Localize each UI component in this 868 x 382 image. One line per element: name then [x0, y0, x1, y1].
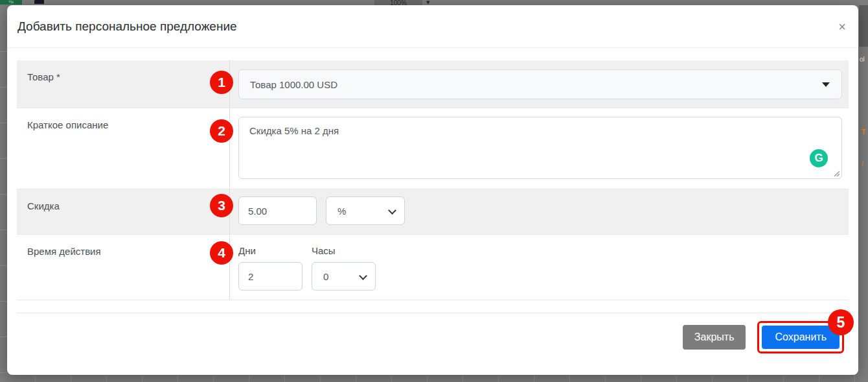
days-column: Дни [238, 245, 303, 291]
chevron-down-icon [388, 206, 396, 215]
hours-select-value: 0 [323, 271, 328, 282]
annotation-badge-2: 2 [210, 119, 233, 143]
form-row-product: Товар * 1 Товар 1000.00 USD [17, 60, 849, 108]
discount-unit-select[interactable]: % [326, 197, 405, 225]
duration-label: Время действия [27, 246, 101, 257]
modal-footer: Закрыть Сохранить 5 [7, 313, 858, 353]
save-button[interactable]: Сохранить [762, 326, 839, 349]
modal-header: Добавить персональное предложение × [7, 5, 858, 48]
description-label: Краткое описание [27, 119, 108, 130]
discount-controls: % [238, 197, 842, 225]
discount-label-cell: Скидка 3 [17, 189, 230, 234]
chevron-down-icon [359, 272, 367, 280]
duration-control-cell: Дни Часы 0 [230, 235, 849, 300]
backdrop-bottom-grid [0, 375, 868, 382]
backdrop-text-fragment: ol [860, 56, 865, 63]
hours-select[interactable]: 0 [312, 262, 376, 291]
duration-label-cell: Время действия 4 [17, 235, 230, 300]
form-row-duration: Время действия 4 Дни Часы 0 [17, 235, 849, 300]
days-input[interactable] [238, 262, 303, 291]
duration-columns: Дни Часы 0 [238, 245, 842, 291]
discount-unit-value: % [337, 206, 346, 217]
caret-down-icon [822, 82, 830, 87]
description-textarea[interactable]: Скидка 5% на 2 дня [238, 117, 842, 179]
hours-column: Часы 0 [312, 245, 376, 291]
annotation-badge-1: 1 [210, 71, 233, 94]
backdrop-right-dark-band [859, 5, 868, 47]
form-row-discount: Скидка 3 % [17, 189, 849, 235]
product-control-cell: Товар 1000.00 USD [230, 60, 849, 108]
annotation-badge-4: 4 [210, 241, 233, 265]
modal-body: Товар * 1 Товар 1000.00 USD Краткое опис… [7, 48, 858, 300]
backdrop-left-grid [0, 16, 7, 382]
save-annotation-frame: Сохранить 5 [757, 321, 844, 353]
days-label: Дни [238, 245, 303, 256]
description-control-cell: Скидка 5% на 2 дня G [230, 108, 849, 189]
product-select-value: Товар 1000.00 USD [250, 79, 337, 90]
add-personal-offer-modal: Добавить персональное предложение × Това… [7, 5, 858, 375]
annotation-badge-5: 5 [828, 309, 854, 335]
offer-form: Товар * 1 Товар 1000.00 USD Краткое опис… [17, 60, 849, 300]
resize-handle-icon[interactable] [832, 169, 840, 177]
description-label-cell: Краткое описание 2 [17, 108, 230, 189]
modal-title: Добавить персональное предложение [17, 19, 237, 34]
backdrop-text-fragment: / [862, 161, 863, 168]
product-label-cell: Товар * 1 [17, 60, 230, 108]
backdrop-green-button-fragment: ть [0, 0, 22, 5]
product-label: Товар * [27, 71, 60, 82]
description-textarea-wrap: Скидка 5% на 2 дня G [238, 117, 842, 179]
backdrop-text-fragment: T [862, 128, 865, 136]
backdrop-dark-icon [34, 0, 44, 4]
discount-amount-input[interactable] [238, 197, 317, 225]
discount-label: Скидка [27, 200, 60, 211]
product-select[interactable]: Товар 1000.00 USD [238, 69, 842, 99]
grammarly-icon[interactable]: G [810, 149, 828, 167]
hours-label: Часы [312, 245, 376, 256]
close-icon[interactable]: × [834, 18, 851, 35]
form-row-description: Краткое описание 2 Скидка 5% на 2 дня G [17, 108, 849, 189]
discount-control-cell: % [230, 189, 849, 234]
close-button[interactable]: Закрыть [683, 325, 746, 350]
annotation-badge-3: 3 [210, 194, 233, 217]
